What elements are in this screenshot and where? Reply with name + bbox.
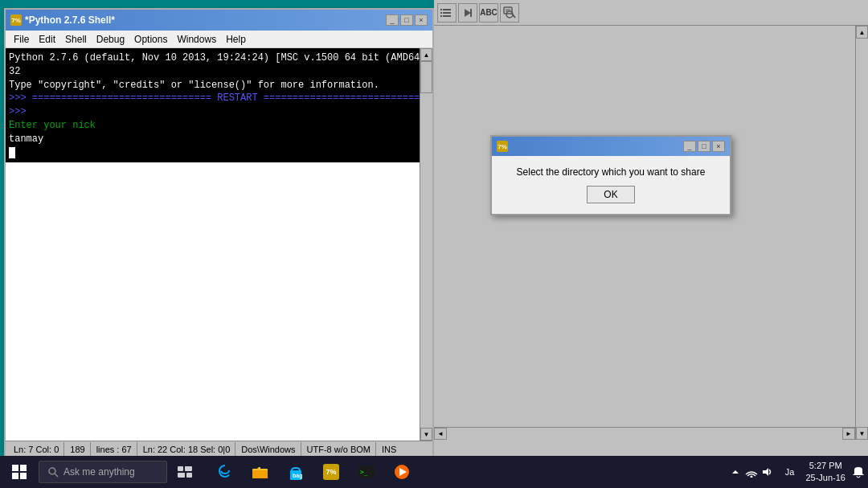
svg-rect-16 <box>20 473 27 479</box>
store-button[interactable]: bag <box>278 456 313 488</box>
tray-date-display: 25-Jun-16 <box>805 472 845 484</box>
python-idle-button[interactable]: 7% <box>313 456 349 488</box>
dialog-titlebar: 7% _ □ × <box>492 137 730 156</box>
start-button[interactable] <box>0 456 39 488</box>
svg-text:>_: >_ <box>360 469 368 476</box>
language-indicator[interactable]: Ja <box>780 467 800 477</box>
media-player-button[interactable] <box>384 456 420 488</box>
tray-icons <box>723 465 780 478</box>
svg-marker-31 <box>732 470 739 474</box>
svg-rect-19 <box>178 466 183 471</box>
search-bar[interactable]: Ask me anything <box>39 461 167 483</box>
tray-area: Ja 5:27 PM 25-Jun-16 <box>719 456 868 488</box>
dialog-close-button[interactable]: × <box>712 141 725 152</box>
dialog-overlay: 7% _ □ × Select the directory which you … <box>0 0 868 488</box>
task-view-button[interactable] <box>167 456 203 488</box>
taskbar-app-icons: bag 7% >_ <box>207 456 420 488</box>
dialog-box: 7% _ □ × Select the directory which you … <box>490 135 731 215</box>
svg-point-32 <box>750 476 752 478</box>
svg-rect-20 <box>185 466 192 471</box>
network-icon[interactable] <box>745 465 758 478</box>
dialog-maximize-button[interactable]: □ <box>698 141 710 152</box>
edge-icon-button[interactable] <box>207 456 243 488</box>
svg-line-18 <box>55 474 58 477</box>
notification-button[interactable] <box>852 465 865 478</box>
svg-marker-33 <box>763 468 768 476</box>
dialog-message: Select the directory which you want to s… <box>517 166 706 178</box>
tray-time-display: 5:27 PM <box>805 460 845 472</box>
dialog-ok-button[interactable]: OK <box>587 186 635 203</box>
dialog-title-icon: 7% <box>497 141 508 152</box>
svg-text:bag: bag <box>293 473 302 479</box>
svg-rect-15 <box>12 473 18 479</box>
svg-rect-21 <box>178 473 185 478</box>
dialog-content: Select the directory which you want to s… <box>492 156 730 214</box>
dialog-controls: _ □ × <box>683 141 725 152</box>
dialog-title: 7% <box>497 141 508 152</box>
dialog-minimize-button[interactable]: _ <box>683 141 696 152</box>
tray-time[interactable]: 5:27 PM 25-Jun-16 <box>799 460 852 485</box>
volume-icon[interactable] <box>761 465 774 478</box>
taskbar: Ask me anything <box>0 456 868 488</box>
desktop: 7% *Python 2.7.6 Shell* _ □ × File Edit … <box>0 0 868 488</box>
tray-expand-button[interactable] <box>729 465 742 478</box>
terminal-button[interactable]: >_ <box>349 456 384 488</box>
svg-rect-22 <box>186 473 192 478</box>
svg-rect-24 <box>252 470 268 478</box>
svg-rect-14 <box>20 465 27 471</box>
file-explorer-button[interactable] <box>243 456 278 488</box>
search-placeholder: Ask me anything <box>63 466 135 478</box>
svg-rect-13 <box>12 465 18 471</box>
svg-point-17 <box>49 468 55 474</box>
